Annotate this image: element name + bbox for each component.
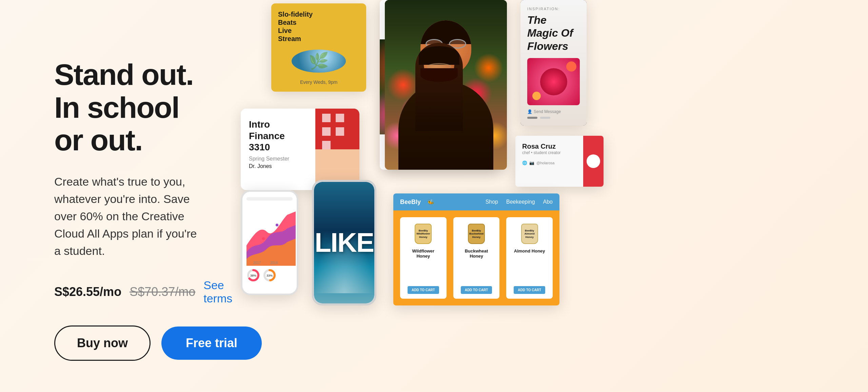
finance-semester: Spring Semester xyxy=(249,156,307,162)
rosa-shape xyxy=(587,154,600,168)
magic-flowers-title: The Magic Of Flowers xyxy=(527,14,580,53)
subtext: Create what's true to you, whatever you'… xyxy=(54,173,203,260)
svg-rect-5 xyxy=(336,127,344,136)
chart-graphic: 2017 2018 xyxy=(246,205,296,266)
rosa-name: Rosa Cruz xyxy=(522,143,576,150)
beebly-logo: BeeBly xyxy=(400,199,421,206)
honey-jar-3: BeeBlyAlmondHoney xyxy=(519,222,540,246)
nav-shop[interactable]: Shop xyxy=(486,199,498,205)
buttons-row: Buy now Free trial xyxy=(54,325,203,361)
nav-about[interactable]: Abo xyxy=(543,199,553,205)
add-to-cart-3[interactable]: ADD TO CART xyxy=(514,286,545,294)
website-icon: 🌐 xyxy=(522,161,527,165)
product-name-3: Almond Honey xyxy=(514,248,545,254)
nav-beekeeping[interactable]: Beekeeping xyxy=(506,199,535,205)
finance-course: Intro Finance 3310 xyxy=(249,119,307,153)
rosa-card: Rosa Cruz chef • student creator 🌐 📷 @ho… xyxy=(515,136,604,187)
donut-chart-1: 38% xyxy=(246,268,260,282)
beebly-nav: Shop Beekeeping Abo xyxy=(486,199,553,205)
see-terms-link[interactable]: See terms xyxy=(203,279,232,305)
beats-title: Slo-fidelity Beats Live Stream xyxy=(278,10,359,43)
send-message: Send Message xyxy=(534,109,561,114)
add-to-cart-2[interactable]: ADD TO CART xyxy=(461,286,492,294)
inspiration-label: INSPIRATION: xyxy=(527,7,580,11)
like-text: LIKE xyxy=(315,227,374,258)
headline-line2: or out. xyxy=(54,123,142,157)
pricing-row: S$26.55/mo S$70.37/mo See terms xyxy=(54,279,203,305)
beebly-card: BeeBly 🐝 Shop Beekeeping Abo BeeBlyWildf… xyxy=(393,193,559,305)
honey-jar-1: BeeBlyWildflowerHoney xyxy=(413,222,433,246)
svg-rect-2 xyxy=(322,114,331,122)
like-phone-card: LIKE xyxy=(312,180,376,305)
svg-text:33%: 33% xyxy=(267,274,273,277)
free-trial-button[interactable]: Free trial xyxy=(161,326,262,360)
instagram-icon: 📷 xyxy=(529,161,534,165)
fashion-card: INSPIRATION: The Magic Of Flowers 👤 Send… xyxy=(520,0,587,126)
right-panel: Slo-fidelity Beats Live Stream 🌿 Every W… xyxy=(231,0,868,392)
buy-now-button[interactable]: Buy now xyxy=(54,325,151,361)
left-panel: Stand out. In school or out. Create what… xyxy=(0,0,231,392)
product-wildflower: BeeBlyWildflowerHoney Wildflower Honey A… xyxy=(400,217,447,299)
product-almond: BeeBlyAlmondHoney Almond Honey ADD TO CA… xyxy=(506,217,553,299)
rosa-title: chef • student creator xyxy=(522,150,576,155)
chart-phone-card: 2017 2018 38% 33% xyxy=(241,190,298,295)
user-icon: 👤 xyxy=(527,109,532,114)
svg-point-9 xyxy=(262,237,265,240)
svg-point-10 xyxy=(276,224,278,226)
beebly-products: BeeBlyWildflowerHoney Wildflower Honey A… xyxy=(393,210,559,305)
price-original: S$70.37/mo xyxy=(130,285,195,299)
product-buckwheat: BeeBlyBuckwheatHoney Buckwheat Honey ADD… xyxy=(453,217,500,299)
rosa-accent xyxy=(583,136,604,187)
bee-icon: 🐝 xyxy=(428,199,434,205)
svg-rect-4 xyxy=(322,127,331,136)
flower-image xyxy=(527,58,580,105)
beebly-header: BeeBly 🐝 Shop Beekeeping Abo xyxy=(393,193,559,210)
finance-card: Intro Finance 3310 Spring Semester Dr. J… xyxy=(241,109,359,190)
beats-circle: 🌿 xyxy=(292,50,346,73)
product-name-1: Wildflower Honey xyxy=(405,248,442,259)
donut-chart-2: 33% xyxy=(263,268,276,282)
honey-jar-2: BeeBlyBuckwheatHoney xyxy=(466,222,487,246)
beats-footer: Every Weds, 9pm xyxy=(278,79,359,85)
beats-card: Slo-fidelity Beats Live Stream 🌿 Every W… xyxy=(271,3,366,92)
svg-text:2018: 2018 xyxy=(270,261,278,265)
price-current: S$26.55/mo xyxy=(54,285,121,299)
svg-rect-3 xyxy=(336,114,344,122)
add-to-cart-1[interactable]: ADD TO CART xyxy=(408,286,439,294)
svg-text:38%: 38% xyxy=(250,274,256,277)
finance-prof: Dr. Jones xyxy=(249,163,307,169)
svg-rect-6 xyxy=(322,141,331,149)
page-container: Stand out. In school or out. Create what… xyxy=(0,0,868,392)
product-name-2: Buckwheat Honey xyxy=(458,248,495,259)
svg-text:2017: 2017 xyxy=(253,261,261,265)
headline-line1: Stand out. In school xyxy=(54,58,193,124)
building-graphic xyxy=(317,109,358,190)
headline: Stand out. In school or out. xyxy=(54,58,203,157)
